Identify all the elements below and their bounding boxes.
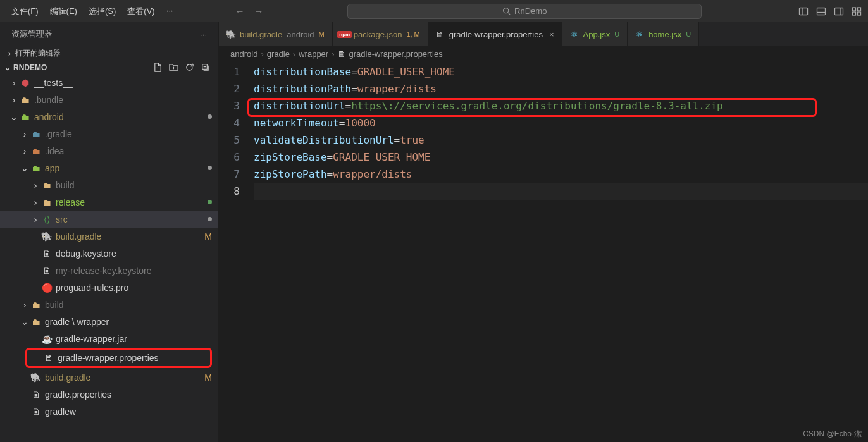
refresh-icon[interactable]	[185, 63, 194, 72]
editor-pane: 🐘build.gradleandroidM npmpackage.json1, …	[219, 22, 868, 442]
code-key: zipStorePath	[254, 168, 327, 180]
breadcrumb[interactable]: android› gradle› wrapper› 🗎 gradle-wrapp…	[219, 46, 868, 61]
gradle-icon: 🐘	[226, 28, 236, 39]
tab-app-jsx[interactable]: ⚛App.jsxU	[562, 22, 628, 46]
search-icon	[502, 7, 511, 15]
modified-dot-icon	[208, 217, 212, 221]
tree-folder-tests[interactable]: ›⬢__tests__	[0, 74, 218, 91]
folder-icon: 🖿	[41, 197, 53, 208]
menu-select[interactable]: 选择(S)	[84, 3, 121, 20]
code-key: distributionBase	[254, 66, 351, 78]
tree-label: build	[56, 180, 212, 190]
tree-file-build-gradle2[interactable]: 🐘build.gradleM	[0, 369, 218, 386]
breadcrumb-item[interactable]: gradle	[267, 49, 290, 59]
chevron-right-icon: ›	[5, 49, 14, 58]
tab-build-gradle[interactable]: 🐘build.gradleandroidM	[219, 22, 333, 46]
tab-package-json[interactable]: npmpackage.json1, M	[333, 22, 428, 46]
tree-label: __tests__	[34, 78, 212, 88]
close-icon[interactable]: ×	[549, 30, 554, 39]
modified-dot-icon	[208, 166, 212, 170]
tree-folder-src[interactable]: ›⟨⟩src	[0, 211, 218, 228]
breadcrumb-item[interactable]: android	[230, 49, 257, 59]
title-bar: 文件(F) 编辑(E) 选择(S) 查看(V) ··· ← → RnDemo	[0, 0, 868, 22]
tree-folder-bundle[interactable]: ›🖿.bundle	[0, 91, 218, 108]
tab-label: package.json	[354, 30, 402, 39]
tree-folder-build2[interactable]: ›🖿build	[0, 296, 218, 313]
explorer-sidebar: 资源管理器 ··· › 打开的编辑器 ⌄ RNDEMO ›⬢__tests__ …	[0, 22, 219, 442]
more-actions-icon[interactable]: ···	[200, 30, 207, 39]
code-key: distributionUrl	[254, 100, 345, 112]
file-icon: 🗎	[436, 30, 445, 39]
search-text: RnDemo	[514, 6, 547, 16]
chevron-right-icon: ›	[332, 49, 334, 59]
chevron-right-icon: ›	[20, 146, 29, 156]
folder-icon: 🖿	[41, 180, 53, 191]
svg-rect-6	[835, 8, 843, 15]
editor-tabs: 🐘build.gradleandroidM npmpackage.json1, …	[219, 22, 868, 46]
tab-label: build.gradle	[240, 30, 282, 39]
layout-sidebar-left-icon[interactable]	[798, 6, 809, 16]
project-section[interactable]: ⌄ RNDEMO	[0, 61, 218, 74]
tree-folder-gradle-wrapper[interactable]: ⌄🖿gradle \ wrapper	[0, 313, 218, 330]
nav-back-icon[interactable]: ←	[235, 6, 244, 16]
layout-panel-bottom-icon[interactable]	[816, 6, 826, 16]
menu-edit[interactable]: 编辑(E)	[45, 3, 82, 20]
tree-folder-android[interactable]: ⌄🖿android	[0, 108, 218, 125]
tab-status: 1, M	[406, 30, 419, 38]
folder-icon: 🖿	[30, 299, 42, 310]
menu-file[interactable]: 文件(F)	[6, 3, 44, 20]
breadcrumb-item[interactable]: wrapper	[299, 49, 328, 59]
svg-rect-8	[853, 8, 856, 11]
tree-file-gradlew[interactable]: 🗎gradlew	[0, 403, 218, 420]
tree-folder-release[interactable]: ›🖿release	[0, 193, 218, 211]
line-number: 5	[219, 132, 240, 149]
svg-rect-4	[817, 8, 826, 15]
menu-more[interactable]: ···	[161, 3, 178, 20]
code-lines[interactable]: distributionBase=GRADLE_USER_HOME distri…	[254, 63, 868, 442]
watermark: CSDN @Echo-潔	[803, 429, 862, 439]
tree-file-gradle-wrapper-properties[interactable]: 🗎gradle-wrapper.properties	[27, 350, 210, 366]
tree-folder-idea[interactable]: ›🖿.idea	[0, 142, 218, 159]
react-icon: ⚛	[570, 30, 579, 39]
chevron-right-icon: ›	[31, 214, 40, 224]
menu-bar: 文件(F) 编辑(E) 选择(S) 查看(V) ···	[6, 3, 178, 20]
nav-forward-icon[interactable]: →	[254, 6, 263, 16]
layout-sidebar-right-icon[interactable]	[834, 6, 844, 16]
chevron-right-icon: ›	[9, 95, 18, 105]
tree-file-proguard[interactable]: 🔴proguard-rules.pro	[0, 279, 218, 296]
project-name: RNDEMO	[13, 63, 47, 72]
tree-file-gradle-wrapper-jar[interactable]: ☕gradle-wrapper.jar	[0, 330, 218, 347]
tab-home-jsx[interactable]: ⚛home.jsxU	[628, 22, 699, 46]
code-editor[interactable]: 1 2 3 4 5 6 7 8 distributionBase=GRADLE_…	[219, 61, 868, 442]
tree-folder-build[interactable]: ›🖿build	[0, 176, 218, 193]
npm-icon: npm	[340, 31, 349, 38]
svg-rect-2	[800, 8, 808, 15]
tree-file-my-release-key[interactable]: 🗎my-release-key.keystore	[0, 262, 218, 279]
code-value: true	[400, 134, 425, 146]
tab-label: home.jsx	[648, 30, 681, 39]
tree-label: app	[45, 163, 208, 173]
line-number: 3	[219, 97, 240, 114]
code-value: GRADLE_USER_HOME	[333, 151, 430, 163]
tree-label: proguard-rules.pro	[56, 283, 212, 293]
tree-folder-app[interactable]: ⌄🖿app	[0, 159, 218, 176]
new-folder-icon[interactable]	[169, 63, 178, 72]
chevron-down-icon: ⌄	[20, 317, 29, 327]
chevron-right-icon: ›	[20, 300, 29, 310]
tab-label: App.jsx	[583, 30, 611, 39]
breadcrumb-item[interactable]: gradle-wrapper.properties	[349, 49, 443, 59]
tree-file-gradle-properties[interactable]: 🗎gradle.properties	[0, 386, 218, 403]
open-editors-section[interactable]: › 打开的编辑器	[0, 46, 218, 61]
line-numbers: 1 2 3 4 5 6 7 8	[219, 63, 254, 442]
tab-gradle-wrapper-properties[interactable]: 🗎gradle-wrapper.properties×	[428, 22, 562, 46]
tree-folder-gradle-hidden[interactable]: ›🖿.gradle	[0, 125, 218, 142]
collapse-all-icon[interactable]	[201, 63, 210, 72]
tree-file-build-gradle[interactable]: 🐘build.gradleM	[0, 228, 218, 245]
layout-customize-icon[interactable]	[852, 6, 862, 16]
gradle-icon: 🐘	[30, 371, 43, 384]
tree-file-debug-keystore[interactable]: 🗎debug.keystore	[0, 245, 218, 262]
menu-view[interactable]: 查看(V)	[122, 3, 159, 20]
command-center[interactable]: RnDemo	[263, 4, 786, 19]
line-number: 2	[219, 80, 240, 97]
new-file-icon[interactable]	[153, 63, 163, 72]
